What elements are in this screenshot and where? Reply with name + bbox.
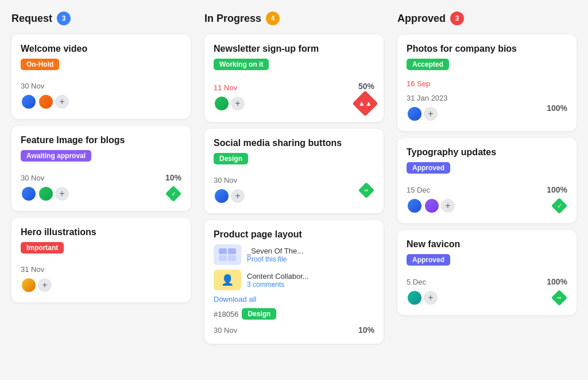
tag-awaiting: Awaiting approval xyxy=(21,150,91,162)
file-row: 👤 Content Collabor... 3 comments xyxy=(214,270,374,290)
progress-percent: 50% xyxy=(358,82,374,91)
avatar xyxy=(214,188,230,204)
avatars: + xyxy=(407,290,438,306)
file-info: Content Collabor... 3 comments xyxy=(247,272,309,289)
avatars: + xyxy=(214,188,245,204)
card-date-red: 16 Sep xyxy=(407,79,567,88)
file-name: Content Collabor... xyxy=(247,272,309,281)
avatars: + xyxy=(407,106,448,122)
card-footer: 11 Nov + 50% ▲▲ xyxy=(214,82,374,113)
tag-onhold: On-Hold xyxy=(21,59,59,70)
card-photos-bios: Photos for company bios Accepted 16 Sep … xyxy=(397,34,577,131)
hash-tag-row: #18056 Design xyxy=(214,308,374,320)
avatar xyxy=(407,290,423,306)
column-badge-in-progress: 4 xyxy=(266,11,280,25)
column-in-progress: In Progress 4 Newsletter sign-up form Wo… xyxy=(204,11,384,351)
arrows-icon xyxy=(551,290,567,306)
avatar xyxy=(21,277,37,293)
avatars: + xyxy=(21,94,69,110)
avatars: + xyxy=(21,277,52,293)
arrows-icon xyxy=(358,182,374,198)
file-thumbnail xyxy=(214,244,241,265)
card-social-media: Social media sharing buttons Design 30 N… xyxy=(204,129,384,213)
column-title-approved: Approved xyxy=(397,13,446,25)
card-title: Typography updates xyxy=(407,147,567,158)
arrow-up-icon: ▲▲ xyxy=(352,90,378,116)
file-row: _Seven Of The... Proof this file xyxy=(214,244,374,265)
avatar xyxy=(407,106,423,122)
card-date: 15 Dec xyxy=(407,186,455,194)
progress-percent: 10% xyxy=(165,173,181,182)
add-avatar-button[interactable]: + xyxy=(424,291,438,305)
check-icon xyxy=(551,198,567,214)
tag-design: Design xyxy=(214,153,248,164)
tag-design: Design xyxy=(242,308,276,320)
card-footer: 30 Nov + 10% xyxy=(21,173,181,202)
file-name: _Seven Of The... xyxy=(247,247,303,255)
column-badge-approved: 3 xyxy=(450,11,464,25)
card-title: Hero illustrations xyxy=(21,227,181,237)
avatar xyxy=(407,198,423,214)
file-thumbnail: 👤 xyxy=(214,270,241,290)
avatars: + xyxy=(407,198,455,214)
add-avatar-button[interactable]: + xyxy=(55,95,69,109)
avatar xyxy=(424,198,440,214)
progress-percent: 10% xyxy=(358,325,374,335)
add-avatar-button[interactable]: + xyxy=(424,107,438,121)
progress-percent: 100% xyxy=(547,185,567,194)
card-product-page: Product page layout _Seven Of The... Pro… xyxy=(204,220,384,344)
tag-important: Important xyxy=(21,242,64,254)
tag-working: Working on it xyxy=(214,59,269,70)
column-title-request: Request xyxy=(11,13,52,25)
card-new-favicon: New favicon Approved 5 Dec + 100% xyxy=(397,230,577,315)
card-title: Feature Image for blogs xyxy=(21,135,181,145)
column-header-approved: Approved 3 xyxy=(397,11,577,25)
card-date: 30 Nov xyxy=(21,82,69,90)
card-date: 31 Nov xyxy=(21,265,52,274)
add-avatar-button[interactable]: + xyxy=(55,187,69,201)
card-date: 31 Jan 2023 xyxy=(407,94,448,102)
card-footer: 15 Dec + 100% xyxy=(407,185,567,214)
add-avatar-button[interactable]: + xyxy=(38,278,52,292)
card-title: Welcome video xyxy=(21,44,181,54)
avatars: + xyxy=(21,186,69,202)
card-title: Newsletter sign-up form xyxy=(214,44,374,54)
column-header-request: Request 3 xyxy=(11,11,191,25)
card-typography: Typography updates Approved 15 Dec + 100… xyxy=(397,138,577,223)
card-welcome-video: Welcome video On-Hold 30 Nov + xyxy=(11,34,191,119)
add-avatar-button[interactable]: + xyxy=(441,199,455,213)
proof-file-link[interactable]: Proof this file xyxy=(247,255,303,263)
hash-number: #18056 xyxy=(214,310,238,318)
card-title: Photos for company bios xyxy=(407,44,567,54)
kanban-board: Request 3 Welcome video On-Hold 30 Nov +… xyxy=(11,11,577,351)
column-badge-request: 3 xyxy=(57,11,71,25)
card-date: 30 Nov xyxy=(214,176,245,185)
card-footer: 5 Dec + 100% xyxy=(407,277,567,306)
avatar xyxy=(214,95,230,112)
tag-approved: Approved xyxy=(407,254,450,266)
download-all-link[interactable]: Download all xyxy=(214,295,374,304)
tag-approved: Approved xyxy=(407,162,450,174)
card-footer: 31 Jan 2023 + 100% xyxy=(407,94,567,122)
column-approved: Approved 3 Photos for company bios Accep… xyxy=(397,11,577,351)
add-avatar-button[interactable]: + xyxy=(231,97,245,110)
card-date: 30 Nov xyxy=(214,326,237,335)
avatar xyxy=(21,94,37,110)
add-avatar-button[interactable]: + xyxy=(231,189,245,203)
progress-percent: 100% xyxy=(547,277,567,286)
column-request: Request 3 Welcome video On-Hold 30 Nov +… xyxy=(11,11,191,351)
card-hero-illustrations: Hero illustrations Important 31 Nov + xyxy=(11,218,191,302)
card-footer: 30 Nov + xyxy=(214,176,374,204)
tag-accepted: Accepted xyxy=(407,59,449,70)
avatar xyxy=(38,186,54,202)
card-footer: 30 Nov 10% xyxy=(214,325,374,335)
card-newsletter: Newsletter sign-up form Working on it 11… xyxy=(204,34,384,122)
avatars: + xyxy=(214,95,245,112)
file-info: _Seven Of The... Proof this file xyxy=(247,247,303,263)
column-header-in-progress: In Progress 4 xyxy=(204,11,384,25)
card-date: 30 Nov xyxy=(21,174,69,182)
comments-link[interactable]: 3 comments xyxy=(247,281,309,289)
card-title: New favicon xyxy=(407,239,567,250)
check-icon xyxy=(165,186,181,202)
column-title-in-progress: In Progress xyxy=(204,13,261,25)
